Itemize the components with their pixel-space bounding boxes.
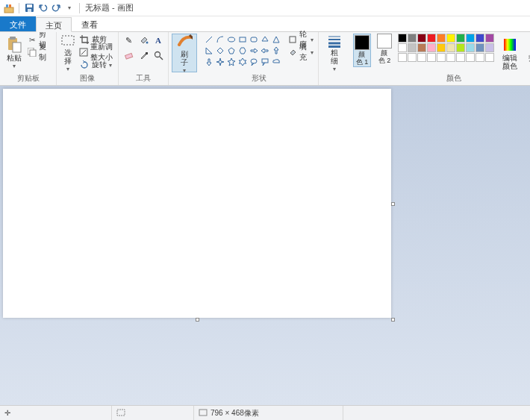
eraser-tool[interactable] [122, 48, 135, 62]
shape-arrow-d[interactable] [204, 57, 214, 67]
svg-rect-1 [6, 4, 8, 7]
svg-rect-8 [13, 43, 21, 52]
color-swatch-23[interactable] [427, 53, 436, 62]
color-swatch-4[interactable] [437, 34, 446, 43]
resize-handle[interactable] [391, 318, 395, 322]
color-swatch-19[interactable] [485, 43, 494, 52]
shapes-gallery[interactable] [203, 34, 282, 68]
shape-triangle[interactable] [271, 34, 281, 45]
shape-rect[interactable] [237, 34, 248, 45]
shape-star6[interactable] [237, 57, 248, 67]
outline-icon [288, 34, 297, 45]
magnifier-tool[interactable] [152, 48, 165, 62]
shape-line[interactable] [204, 34, 214, 45]
edit-colors-icon [502, 37, 518, 53]
color-swatch-11[interactable] [408, 43, 417, 52]
brush-label: 刷 子 [181, 50, 188, 66]
color-swatch-14[interactable] [437, 43, 446, 52]
eyedropper-tool[interactable] [137, 48, 150, 62]
resize-handle[interactable] [391, 202, 395, 206]
color-swatch-27[interactable] [466, 53, 475, 62]
save-icon[interactable] [23, 2, 35, 14]
color-swatch-6[interactable] [456, 34, 465, 43]
undo-icon[interactable] [37, 2, 49, 14]
shape-diamond[interactable] [215, 46, 225, 56]
text-tool[interactable]: A [152, 34, 165, 47]
color-swatch-12[interactable] [417, 43, 426, 52]
copy-button[interactable]: 复制 [26, 46, 53, 58]
redo-icon[interactable] [50, 2, 62, 14]
svg-marker-23 [273, 37, 279, 43]
color-swatch-1[interactable] [408, 34, 417, 43]
resize-handle[interactable] [196, 318, 199, 322]
shape-callout-rect[interactable] [260, 57, 270, 67]
size-button[interactable]: 粗 细 ▾ [322, 34, 347, 72]
svg-rect-11 [62, 36, 74, 45]
color-swatch-7[interactable] [466, 34, 475, 43]
status-selection [112, 406, 194, 420]
color-swatch-26[interactable] [456, 53, 465, 62]
pencil-tool[interactable]: ✎ [122, 34, 135, 47]
crop-icon [79, 34, 90, 45]
color-swatch-21[interactable] [408, 53, 417, 62]
color1-button[interactable]: 颜 色 1 [353, 34, 371, 67]
shape-star5[interactable] [226, 57, 237, 67]
color-swatch-28[interactable] [476, 53, 484, 62]
color-swatch-18[interactable] [476, 43, 484, 52]
brush-button[interactable]: 刷 子 ▾ [172, 34, 197, 72]
color-swatch-13[interactable] [427, 43, 436, 52]
size-icon [326, 34, 343, 48]
color-swatch-25[interactable] [446, 53, 455, 62]
qat-dropdown-icon[interactable]: ▾ [63, 2, 75, 14]
shape-pentagon[interactable] [226, 46, 237, 56]
color-swatch-22[interactable] [417, 53, 426, 62]
color-swatch-2[interactable] [417, 34, 426, 43]
shape-arrow-l[interactable] [260, 46, 270, 56]
canvas-area[interactable] [0, 86, 530, 405]
edit-colors-button[interactable]: 编辑 颜色 [499, 34, 521, 72]
shape-oval[interactable] [226, 34, 237, 45]
tab-home[interactable]: 主页 [36, 17, 72, 32]
shape-callout-round[interactable] [249, 57, 259, 67]
color-swatch-9[interactable] [485, 34, 494, 43]
select-button[interactable]: 选 择 ▾ [60, 34, 76, 72]
tab-view[interactable]: 查看 [72, 16, 107, 31]
shape-arrow-r[interactable] [249, 46, 259, 56]
brush-dd-icon: ▾ [183, 67, 186, 74]
color-swatch-24[interactable] [437, 53, 446, 62]
color-swatch-5[interactable] [446, 34, 455, 43]
canvas[interactable] [3, 89, 391, 318]
color1-swatch [355, 35, 370, 50]
paste-button[interactable]: 粘贴 ▾ [3, 34, 25, 72]
clipboard-group-label: 剪贴板 [3, 72, 53, 85]
color2-button[interactable]: 颜 色 2 [375, 34, 393, 64]
resize-button[interactable]: 重新调整大小 [78, 46, 115, 58]
bucket-tool[interactable] [137, 34, 150, 47]
rotate-button[interactable]: 旋转 ▾ [78, 59, 115, 71]
color-swatch-3[interactable] [427, 34, 436, 43]
color-swatch-15[interactable] [446, 43, 455, 52]
color-swatch-10[interactable] [398, 43, 407, 52]
tab-file[interactable]: 文件 [0, 16, 36, 31]
shape-star4[interactable] [215, 57, 225, 67]
color-swatch-17[interactable] [466, 43, 475, 52]
color-swatch-16[interactable] [456, 43, 465, 52]
dimensions-icon [199, 409, 208, 418]
shape-fill-button[interactable]: 填充 ▾ [287, 46, 315, 58]
shape-polygon[interactable] [260, 34, 270, 45]
select-label: 选 择 [64, 48, 72, 65]
shape-curve[interactable] [215, 34, 225, 45]
shape-roundrect[interactable] [249, 34, 259, 45]
svg-rect-14 [125, 53, 132, 59]
color-swatch-0[interactable] [398, 34, 407, 43]
shape-hexagon[interactable] [237, 46, 248, 56]
paint3d-button[interactable]: 打开画 图 3D [526, 34, 530, 72]
shape-rt-triangle[interactable] [204, 46, 214, 56]
color-swatch-29[interactable] [485, 53, 494, 62]
color-swatch-8[interactable] [476, 34, 484, 43]
svg-rect-21 [251, 37, 257, 42]
shape-cloud[interactable] [271, 57, 281, 67]
shape-arrow-u[interactable] [271, 46, 281, 56]
color-swatch-20[interactable] [398, 53, 407, 62]
svg-marker-27 [240, 48, 246, 54]
